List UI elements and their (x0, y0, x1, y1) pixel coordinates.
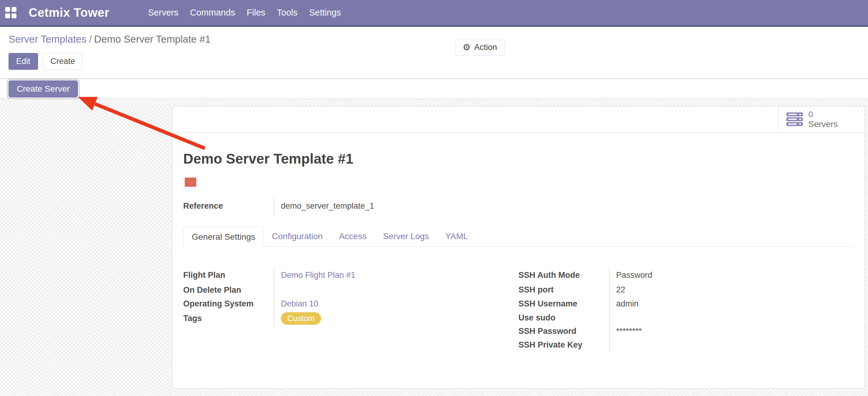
field-row-flight-plan: Flight Plan Demo Flight Plan #1 (183, 267, 519, 283)
field-row-ssh-port: SSH port 22 (519, 283, 854, 297)
breadcrumb-current: Demo Server Template #1 (94, 33, 211, 45)
gear-icon: ⚙ (463, 43, 470, 52)
main-content: 0 Servers Demo Server Template #1 Refere… (0, 99, 868, 396)
tab-access[interactable]: Access (331, 226, 375, 247)
field-row-ssh-auth-mode: SSH Auth Mode Password (519, 267, 854, 283)
field-label-use-sudo: Use sudo (519, 313, 609, 322)
field-row-reference: Reference demo_server_template_1 (183, 196, 854, 216)
field-value-reference: demo_server_template_1 (274, 196, 854, 216)
field-group-left: Flight Plan Demo Flight Plan #1 On Delet… (183, 267, 519, 352)
apps-menu-button[interactable] (0, 7, 21, 18)
field-value-tags: Custom (274, 310, 519, 327)
create-server-button[interactable]: Create Server (8, 80, 78, 97)
field-label-reference: Reference (183, 201, 274, 211)
field-value-operating-system[interactable]: Debian 10 (274, 297, 519, 310)
field-label-on-delete-plan: On Delete Plan (183, 285, 274, 295)
top-navbar: Cetmix Tower Servers Commands Files Tool… (0, 0, 868, 27)
tab-configuration[interactable]: Configuration (264, 226, 331, 247)
field-row-on-delete-plan: On Delete Plan (183, 283, 519, 297)
field-value-ssh-private-key (609, 338, 854, 352)
tab-yaml[interactable]: YAML (437, 226, 476, 247)
field-group-right: SSH Auth Mode Password SSH port 22 SSH U… (519, 267, 854, 352)
server-stack-icon (786, 112, 803, 126)
menu-item-tools[interactable]: Tools (271, 8, 304, 18)
field-value-ssh-password: ******** (609, 325, 854, 338)
field-value-ssh-port: 22 (609, 283, 854, 297)
tag-badge-custom[interactable]: Custom (281, 312, 321, 325)
card-header: 0 Servers (172, 106, 865, 133)
servers-label: Servers (808, 119, 838, 129)
color-picker-swatch[interactable] (183, 176, 198, 188)
field-label-ssh-password: SSH Password (519, 327, 609, 336)
field-value-ssh-auth-mode: Password (609, 267, 854, 283)
field-label-flight-plan: Flight Plan (183, 271, 274, 280)
breadcrumb-parent-link[interactable]: Server Templates (8, 33, 87, 45)
menu-item-settings[interactable]: Settings (303, 8, 347, 18)
servers-count: 0 (808, 110, 838, 119)
app-title: Cetmix Tower (29, 6, 109, 20)
control-panel: Server Templates/Demo Server Template #1… (0, 27, 868, 79)
field-row-ssh-password: SSH Password ******** (519, 325, 854, 338)
general-settings-groups: Flight Plan Demo Flight Plan #1 On Delet… (183, 267, 854, 352)
field-row-operating-system: Operating System Debian 10 (183, 297, 519, 310)
field-label-ssh-auth-mode: SSH Auth Mode (519, 271, 609, 280)
field-row-ssh-private-key: SSH Private Key (519, 338, 854, 352)
create-button[interactable]: Create (43, 53, 83, 70)
field-label-ssh-username: SSH Username (519, 299, 609, 309)
action-button-label: Action (474, 43, 497, 52)
breadcrumb-separator: / (87, 33, 94, 45)
menu-item-servers[interactable]: Servers (142, 8, 184, 18)
tab-server-logs[interactable]: Server Logs (375, 226, 437, 247)
record-title: Demo Server Template #1 (183, 150, 854, 167)
field-label-ssh-private-key: SSH Private Key (519, 340, 609, 350)
field-value-use-sudo (609, 311, 854, 325)
field-label-operating-system: Operating System (183, 299, 274, 309)
field-value-on-delete-plan (274, 283, 519, 297)
apps-grid-icon (5, 7, 17, 18)
field-value-ssh-username: admin (609, 297, 854, 311)
card-body: Demo Server Template #1 Reference demo_s… (172, 150, 865, 352)
notebook-tabs: General Settings Configuration Access Se… (183, 227, 854, 247)
form-card: 0 Servers Demo Server Template #1 Refere… (172, 106, 865, 389)
form-statusbar: Create Server (0, 79, 868, 99)
main-menu: Servers Commands Files Tools Settings (142, 8, 347, 18)
field-row-tags: Tags Custom (183, 310, 519, 327)
menu-item-commands[interactable]: Commands (184, 8, 241, 18)
field-row-use-sudo: Use sudo (519, 311, 854, 325)
control-panel-buttons: Edit Create (8, 53, 868, 70)
field-value-flight-plan[interactable]: Demo Flight Plan #1 (274, 267, 519, 283)
menu-item-files[interactable]: Files (241, 8, 271, 18)
field-label-ssh-port: SSH port (519, 285, 609, 294)
stat-text: 0 Servers (808, 110, 838, 129)
action-button[interactable]: ⚙ Action (455, 39, 505, 56)
field-row-ssh-username: SSH Username admin (519, 297, 854, 311)
color-swatch-fill (185, 177, 196, 187)
tab-general-settings[interactable]: General Settings (183, 227, 264, 247)
field-label-tags: Tags (183, 314, 274, 323)
reference-group: Reference demo_server_template_1 (183, 196, 854, 216)
breadcrumb: Server Templates/Demo Server Template #1 (8, 33, 868, 45)
servers-stat-button[interactable]: 0 Servers (778, 106, 865, 133)
edit-button[interactable]: Edit (8, 53, 38, 70)
